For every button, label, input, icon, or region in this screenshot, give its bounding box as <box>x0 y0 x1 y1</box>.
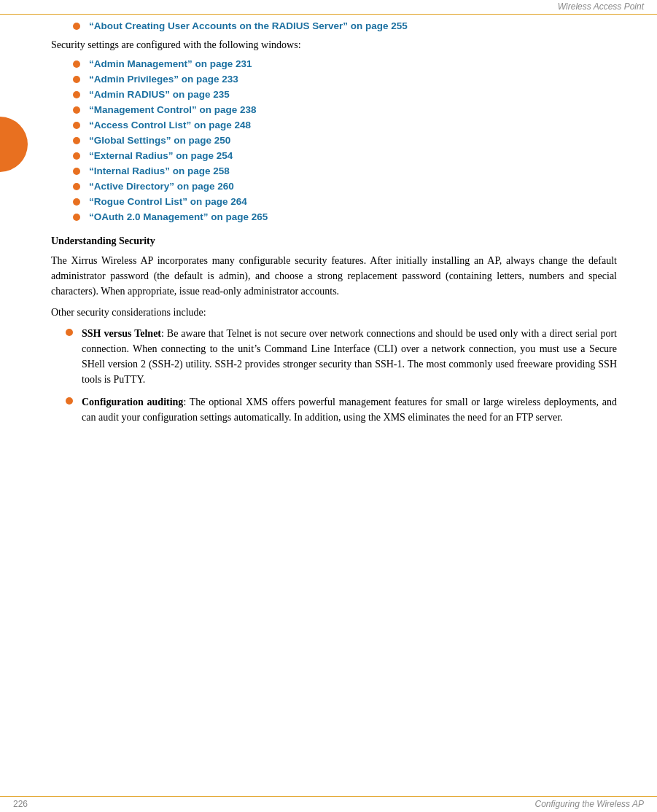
menu-item-label[interactable]: “Internal Radius” on page 258 <box>89 165 230 176</box>
menu-item-label[interactable]: “Rogue Control List” on page 264 <box>89 196 247 207</box>
bullet-dot-icon <box>73 183 80 190</box>
bullet-dot-icon <box>73 91 80 98</box>
footer-page-number: 226 <box>13 799 28 809</box>
section-body-1: The Xirrus Wireless AP incorporates many… <box>51 253 617 299</box>
header-bar: Wireless Access Point <box>0 0 657 15</box>
bullet-dot-icon <box>66 397 73 405</box>
footer-bar: 226 Configuring the Wireless AP <box>0 796 657 812</box>
footer-chapter-title: Configuring the Wireless AP <box>534 799 644 809</box>
main-content: “About Creating User Accounts on the RAD… <box>0 15 657 461</box>
menu-item-label[interactable]: “Access Control List” on page 248 <box>89 120 251 130</box>
config-term: Configuration auditing <box>82 397 183 407</box>
section-heading: Understanding Security <box>51 235 617 247</box>
bullet-dot-icon <box>73 152 80 160</box>
bullet-dot-icon <box>73 76 80 83</box>
top-bullet-list: “About Creating User Accounts on the RAD… <box>51 20 617 31</box>
bullet-dot-icon <box>73 137 80 144</box>
list-item: “OAuth 2.0 Management” on page 265 <box>51 211 617 222</box>
menu-item-label[interactable]: “Admin RADIUS” on page 235 <box>89 89 230 100</box>
body-bullet-text-ssh: SSH versus Telnet: Be aware that Telnet … <box>82 326 617 387</box>
list-item: “Internal Radius” on page 258 <box>51 165 617 176</box>
menu-item-label[interactable]: “Admin Management” on page 231 <box>89 58 252 69</box>
list-item: “Admin RADIUS” on page 235 <box>51 89 617 100</box>
bullet-dot-icon <box>73 122 80 129</box>
list-item: “Rogue Control List” on page 264 <box>51 196 617 207</box>
menu-item-label[interactable]: “Global Settings” on page 250 <box>89 135 230 146</box>
top-bullet-item: “About Creating User Accounts on the RAD… <box>51 20 617 31</box>
list-item: “Active Directory” on page 260 <box>51 181 617 192</box>
menu-item-label[interactable]: “Admin Privileges” on page 233 <box>89 74 238 85</box>
list-item: “Admin Management” on page 231 <box>51 58 617 69</box>
top-bullet-link[interactable]: “About Creating User Accounts on the RAD… <box>89 20 408 31</box>
page-container: Wireless Access Point “About Creating Us… <box>0 0 657 812</box>
ssh-colon: : Be aware that Telnet is not secure ove… <box>82 328 617 385</box>
list-item: “Admin Privileges” on page 233 <box>51 74 617 85</box>
menu-item-label[interactable]: “Active Directory” on page 260 <box>89 181 234 192</box>
body-bullet-text-config: Configuration auditing: The optional XMS… <box>82 394 617 425</box>
list-item: “Global Settings” on page 250 <box>51 135 617 146</box>
menu-item-label[interactable]: “OAuth 2.0 Management” on page 265 <box>89 211 268 222</box>
body-bullet-item-config: Configuration auditing: The optional XMS… <box>51 394 617 425</box>
list-item: “External Radius” on page 254 <box>51 150 617 161</box>
intro-text: Security settings are configured with th… <box>51 37 617 52</box>
menu-items-list: “Admin Management” on page 231 “Admin Pr… <box>51 58 617 222</box>
header-title: Wireless Access Point <box>558 1 644 12</box>
bullet-dot-icon <box>66 329 73 336</box>
list-item: “Access Control List” on page 248 <box>51 120 617 130</box>
list-item: “Management Control” on page 238 <box>51 104 617 115</box>
body-bullet-item-ssh: SSH versus Telnet: Be aware that Telnet … <box>51 326 617 387</box>
bullet-dot-icon <box>73 23 80 30</box>
body-bullet-list: SSH versus Telnet: Be aware that Telnet … <box>51 326 617 425</box>
bullet-dot-icon <box>73 198 80 206</box>
bullet-dot-icon <box>73 214 80 221</box>
section-body-2: Other security considerations include: <box>51 305 617 320</box>
menu-item-label[interactable]: “External Radius” on page 254 <box>89 150 233 161</box>
menu-item-label[interactable]: “Management Control” on page 238 <box>89 104 257 115</box>
bullet-dot-icon <box>73 106 80 114</box>
ssh-term: SSH versus Telnet <box>82 328 161 339</box>
bullet-dot-icon <box>73 60 80 68</box>
bullet-dot-icon <box>73 168 80 175</box>
